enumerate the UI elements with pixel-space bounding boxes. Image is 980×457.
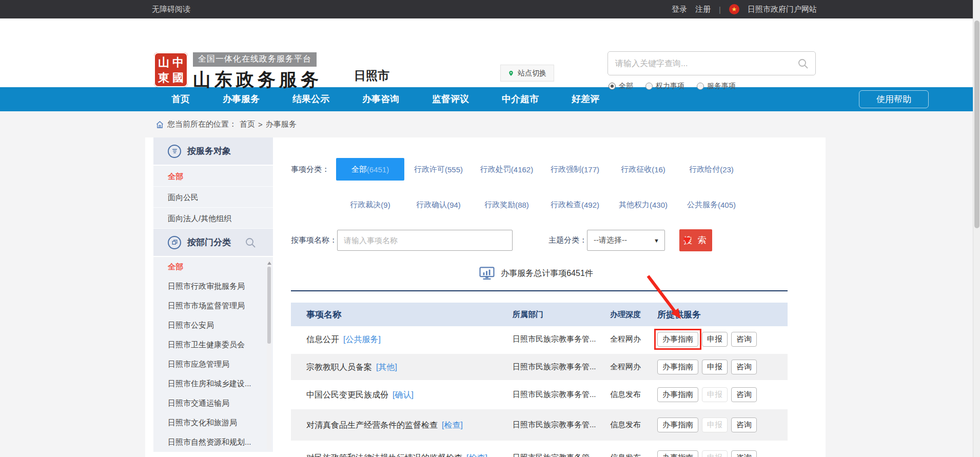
sidebar-item-citizen[interactable]: 面向公民	[153, 187, 273, 208]
topic-label: 主题分类：	[548, 235, 587, 245]
dept-item[interactable]: 日照市自然资源和规划...	[153, 432, 273, 452]
consult-button[interactable]: 咨询	[731, 387, 757, 402]
keyword-search-input[interactable]	[608, 59, 797, 68]
keyword-search-box	[607, 51, 816, 75]
category-item[interactable]: 行政奖励(88)	[473, 193, 541, 216]
dept-item[interactable]: 日照市应急管理局	[153, 354, 273, 374]
category-item[interactable]: 行政许可(555)	[404, 158, 473, 181]
radio-selected-icon	[609, 83, 616, 90]
site-logo[interactable]: 山中 東國 全国一体化在线政务服务平台 山东政务服务	[154, 52, 322, 92]
item-name[interactable]: 宗教教职人员备案	[306, 363, 372, 371]
radio-icon	[645, 83, 653, 90]
item-tag[interactable]: [检查]	[466, 453, 487, 457]
category-item[interactable]: 行政征收(16)	[609, 158, 677, 181]
breadcrumb-separator: >	[258, 120, 263, 129]
item-tag[interactable]: [确认]	[393, 390, 414, 399]
item-depth: 信息发布	[610, 453, 657, 457]
city-name: 日照市	[354, 68, 389, 84]
services-table: 事项名称 所属部门 办理深度 所提供服务 信息公开[公共服务] 日照市民族宗教事…	[291, 303, 788, 457]
scrollbar-thumb[interactable]	[267, 267, 271, 344]
item-tag[interactable]: [检查]	[442, 421, 463, 429]
search-scope-radios: 全部 权力事项 服务事项	[609, 82, 736, 91]
item-name-input[interactable]	[337, 230, 513, 251]
item-name[interactable]: 对民族政策和法律法规执行情况的监督检查	[306, 453, 462, 457]
dept-item[interactable]: 日照市公安局	[153, 315, 273, 335]
dept-item[interactable]: 日照市交通运输局	[153, 393, 273, 413]
login-link[interactable]: 登录	[672, 5, 687, 14]
register-link[interactable]: 注册	[695, 5, 711, 14]
dept-item[interactable]: 日照市卫生健康委员会	[153, 335, 273, 354]
guide-button[interactable]: 办事指南	[657, 450, 698, 457]
list-icon	[168, 145, 181, 158]
service-target-header: 按服务对象	[153, 137, 273, 166]
item-name[interactable]: 对清真食品生产经营条件的监督检查	[306, 421, 438, 429]
nav-item-review[interactable]: 好差评	[555, 87, 616, 111]
site-switch-button[interactable]: 站点切换	[500, 65, 554, 82]
dept-item[interactable]: 日照市市场监督管理局	[153, 296, 273, 315]
consult-button[interactable]: 咨询	[731, 360, 757, 374]
category-item[interactable]: 公共服务(405)	[677, 193, 746, 216]
item-department: 日照市民族宗教事务管...	[513, 362, 610, 372]
sidebar-item-target-all[interactable]: 全部	[153, 166, 273, 187]
item-depth: 信息发布	[610, 390, 657, 400]
topic-select[interactable]: --请选择-- ▼	[587, 230, 665, 251]
accessibility-link[interactable]: 无障碍阅读	[152, 5, 190, 14]
department-search-icon[interactable]	[244, 236, 257, 249]
guide-button[interactable]: 办事指南	[657, 418, 698, 432]
dept-item-all[interactable]: 全部	[153, 257, 273, 276]
category-item[interactable]: 行政处罚(4162)	[473, 158, 541, 181]
nav-item-consult[interactable]: 办事咨询	[346, 87, 416, 111]
home-icon	[155, 121, 164, 129]
page-scrollbar-thumb[interactable]	[974, 21, 979, 228]
item-tag[interactable]: [公共服务]	[343, 335, 381, 344]
item-search-row: 按事项名称： 主题分类： --请选择-- ▼ 搜 索	[291, 229, 826, 251]
nav-item-supervision[interactable]: 监督评议	[416, 87, 485, 111]
category-item[interactable]: 行政强制(177)	[541, 158, 609, 181]
nav-item-agency[interactable]: 中介超市	[485, 87, 555, 111]
portal-link[interactable]: 日照市政府门户网站	[748, 5, 817, 14]
guide-button[interactable]: 办事指南	[657, 332, 698, 347]
category-all[interactable]: 全部(6451)	[336, 158, 404, 181]
main-area: 事项分类： 全部(6451) 行政许可(555) 行政处罚(4162) 行政强制…	[273, 137, 826, 457]
category-item[interactable]: 行政检查(492)	[541, 193, 609, 216]
radio-icon	[697, 83, 704, 90]
item-department: 日照市民族宗教事务管...	[513, 453, 610, 457]
item-tag[interactable]: [其他]	[376, 363, 397, 371]
dept-item[interactable]: 日照市住房和城乡建设...	[153, 374, 273, 393]
category-item[interactable]: 行政给付(23)	[677, 158, 746, 181]
apply-button[interactable]: 申报	[702, 332, 728, 347]
category-label: 事项分类：	[291, 158, 336, 216]
consult-button[interactable]: 咨询	[731, 332, 757, 347]
page: 无障碍阅读 登录 注册 | ★ 日照市政府门户网站 山中 東國 全国一体化在线政…	[0, 0, 980, 457]
help-button[interactable]: 使用帮助	[859, 90, 929, 108]
scope-radio-all[interactable]: 全部	[609, 82, 633, 91]
sidebar-item-legal-person[interactable]: 面向法人/其他组织	[153, 208, 273, 229]
consult-button[interactable]: 咨询	[731, 418, 757, 432]
apply-button[interactable]: 申报	[702, 360, 728, 374]
dept-item[interactable]: 日照市文化和旅游局	[153, 413, 273, 432]
table-row: 对民族政策和法律法规执行情况的监督检查[检查] 日照市民族宗教事务管... 信息…	[291, 442, 788, 457]
platform-badge: 全国一体化在线政务服务平台	[193, 52, 317, 67]
page-scrollbar[interactable]	[973, 0, 980, 457]
category-item[interactable]: 其他权力(430)	[609, 193, 677, 216]
section-divider	[291, 290, 788, 291]
dept-item[interactable]: 日照市行政审批服务局	[153, 276, 273, 296]
consult-button[interactable]: 咨询	[731, 450, 757, 457]
scope-radio-power[interactable]: 权力事项	[645, 82, 684, 91]
breadcrumb-home[interactable]: 首页	[240, 120, 255, 129]
category-item[interactable]: 行政确认(94)	[404, 193, 473, 216]
apply-button-disabled: 申报	[702, 418, 728, 432]
item-name[interactable]: 中国公民变更民族成份	[306, 390, 388, 399]
guide-button[interactable]: 办事指南	[657, 387, 698, 402]
search-icon[interactable]	[797, 57, 809, 70]
department-scrollbar[interactable]	[267, 260, 271, 450]
table-row: 中国公民变更民族成份[确认] 日照市民族宗教事务管... 信息发布 办事指南 申…	[291, 382, 788, 409]
topbar-divider: |	[719, 5, 721, 14]
search-button[interactable]: 搜 索	[679, 229, 712, 251]
guide-button[interactable]: 办事指南	[657, 360, 698, 374]
scope-radio-service[interactable]: 服务事项	[697, 82, 736, 91]
breadcrumb-current[interactable]: 办事服务	[266, 120, 297, 129]
category-item[interactable]: 行政裁决(9)	[336, 193, 404, 216]
scroll-up-icon[interactable]	[267, 262, 271, 265]
item-name[interactable]: 信息公开	[306, 335, 339, 344]
